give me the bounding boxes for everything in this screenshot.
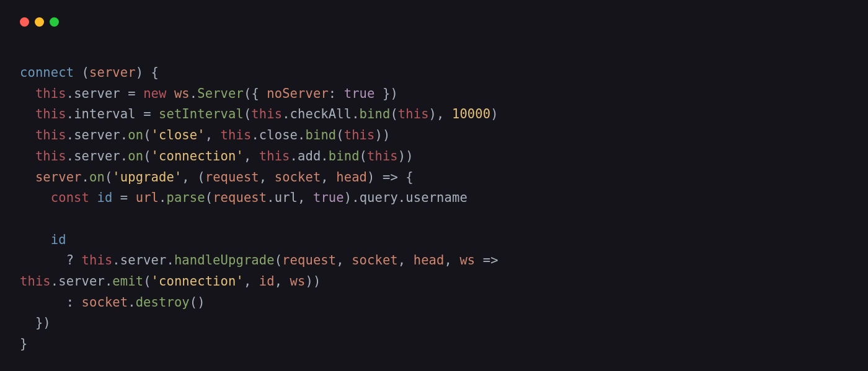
code-token: query xyxy=(360,190,398,205)
code-token: } xyxy=(35,315,43,330)
code-token: . xyxy=(352,107,359,121)
code-token: noServer xyxy=(267,86,329,101)
code-token xyxy=(20,315,35,330)
code-token xyxy=(20,253,66,268)
code-token: . xyxy=(251,128,259,142)
code-token xyxy=(405,253,413,268)
code-token: ) xyxy=(43,315,50,330)
code-token xyxy=(213,128,220,142)
code-token: ) xyxy=(375,128,383,142)
code-token: } xyxy=(383,86,390,101)
code-token: , xyxy=(321,170,328,185)
code-token xyxy=(498,253,506,268)
code-token: ( xyxy=(336,128,343,142)
code-window: connect (server) { this.server = new ws.… xyxy=(0,0,868,371)
code-token: , xyxy=(259,170,267,185)
code-token: ) xyxy=(313,274,321,289)
code-token: this xyxy=(20,274,51,289)
code-token: = xyxy=(120,190,128,205)
code-token: on xyxy=(128,128,143,142)
code-token: ( xyxy=(205,190,213,205)
code-token: this xyxy=(35,107,66,121)
code-token xyxy=(20,170,35,185)
code-token xyxy=(375,170,383,185)
code-token xyxy=(251,149,259,164)
code-token: ) xyxy=(390,86,397,101)
code-token xyxy=(336,86,343,101)
code-token: bind xyxy=(360,107,391,121)
code-token: , xyxy=(205,128,213,142)
code-token: . xyxy=(159,190,166,205)
maximize-icon[interactable] xyxy=(50,17,59,27)
code-token: head xyxy=(414,253,445,268)
code-token: ( xyxy=(197,170,205,185)
code-token: url xyxy=(136,190,159,205)
code-token: id xyxy=(97,190,112,205)
code-token: 'connection' xyxy=(151,274,244,289)
code-token: ) xyxy=(405,149,413,164)
code-token: . xyxy=(82,170,89,185)
code-token: . xyxy=(282,107,290,121)
code-token xyxy=(259,86,267,101)
code-token xyxy=(74,253,81,268)
code-token: ) xyxy=(367,170,374,185)
code-token xyxy=(452,253,459,268)
code-token: socket xyxy=(275,170,321,185)
code-token: id xyxy=(51,232,66,247)
code-token: server xyxy=(74,86,120,101)
code-token xyxy=(143,65,151,80)
code-token: server xyxy=(74,128,120,142)
code-token: : xyxy=(329,86,336,101)
code-token: ws xyxy=(174,86,190,101)
code-token: ( xyxy=(390,107,397,121)
code-token: this xyxy=(398,107,429,121)
code-token: emit xyxy=(112,274,143,289)
code-token: url xyxy=(275,190,298,205)
code-token: bind xyxy=(306,128,337,142)
code-token: . xyxy=(290,149,298,164)
code-token: Server xyxy=(197,86,244,101)
code-token: . xyxy=(66,86,74,101)
code-token: request xyxy=(213,190,267,205)
code-token: this xyxy=(344,128,375,142)
code-token: ws xyxy=(290,274,306,289)
code-token: } xyxy=(20,336,27,351)
code-token: , xyxy=(182,170,189,185)
code-token: connect xyxy=(20,65,74,80)
code-token: ) xyxy=(305,274,312,289)
code-token: . xyxy=(267,190,274,205)
code-token xyxy=(267,170,274,185)
code-token: ( xyxy=(143,128,151,142)
code-token: , xyxy=(244,274,251,289)
code-token xyxy=(251,274,259,289)
close-icon[interactable] xyxy=(20,17,29,27)
code-token: ) xyxy=(136,65,143,80)
code-token: server xyxy=(58,274,105,289)
code-token xyxy=(74,295,81,310)
code-token: 10000 xyxy=(452,107,490,121)
code-token: . xyxy=(51,274,58,289)
code-token: 'close' xyxy=(151,128,205,142)
code-token: true xyxy=(344,86,375,101)
code-token: this xyxy=(251,107,282,121)
code-token xyxy=(74,65,81,80)
code-token: server xyxy=(120,253,167,268)
code-token: ( xyxy=(105,170,112,185)
code-token xyxy=(166,86,174,101)
code-token xyxy=(20,190,51,205)
code-token: ) xyxy=(398,149,405,164)
code-token: parse xyxy=(166,190,205,205)
minimize-icon[interactable] xyxy=(35,17,44,27)
code-token: = xyxy=(128,86,135,101)
code-token: this xyxy=(259,149,290,164)
code-token: add xyxy=(298,149,321,164)
code-token: this xyxy=(35,149,66,164)
code-token xyxy=(136,86,143,101)
code-token xyxy=(112,190,120,205)
code-token xyxy=(282,274,290,289)
traffic-lights xyxy=(20,17,848,27)
code-token: , xyxy=(336,253,343,268)
code-token: bind xyxy=(329,149,360,164)
code-token: username xyxy=(405,190,467,205)
code-token: ( xyxy=(190,295,197,310)
